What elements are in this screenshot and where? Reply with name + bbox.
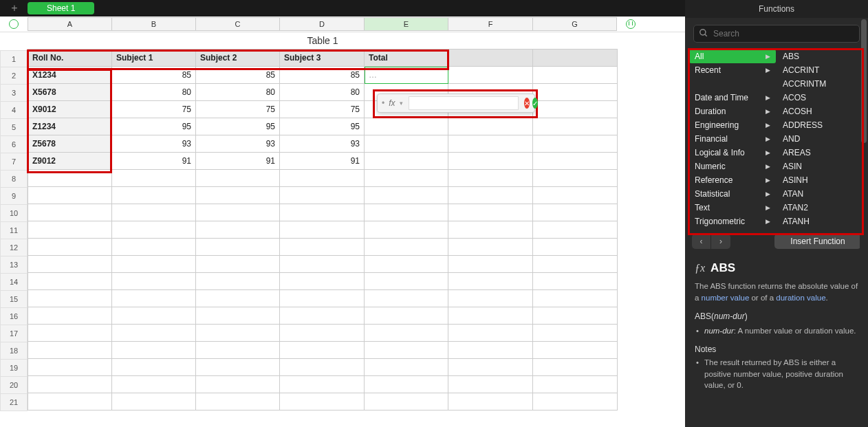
cell[interactable]: 93 <box>280 135 365 153</box>
cell[interactable] <box>448 221 533 239</box>
cell[interactable] <box>280 376 365 393</box>
cell[interactable]: 80 <box>112 84 196 101</box>
col-handle-right[interactable] <box>617 19 644 29</box>
table-header-cell[interactable]: Subject 3 <box>280 50 365 67</box>
cell[interactable]: X9012 <box>28 101 112 118</box>
cell[interactable]: 93 <box>196 135 280 153</box>
row-header[interactable]: 15 <box>0 291 28 308</box>
cell[interactable] <box>112 342 196 359</box>
cell[interactable] <box>196 187 280 204</box>
formula-input[interactable] <box>409 96 519 110</box>
table-header-cell[interactable] <box>533 50 618 67</box>
cell[interactable] <box>365 187 448 204</box>
cell[interactable] <box>533 342 618 359</box>
cell[interactable] <box>448 187 533 204</box>
cell[interactable] <box>28 187 112 204</box>
cell[interactable] <box>365 325 448 342</box>
cell[interactable] <box>28 239 112 256</box>
cell[interactable]: 95 <box>280 118 365 135</box>
function-category-item[interactable]: Date and Time▶ <box>689 91 776 105</box>
cell[interactable]: Z9012 <box>28 153 112 170</box>
row-header[interactable]: 10 <box>0 205 28 222</box>
cell[interactable]: 75 <box>112 101 196 118</box>
cell[interactable] <box>196 256 280 273</box>
cell[interactable] <box>448 290 533 307</box>
cell[interactable]: 93 <box>112 135 196 153</box>
function-category-item[interactable]: All▶ <box>689 50 776 63</box>
cell[interactable] <box>112 393 196 410</box>
cell[interactable] <box>533 359 618 376</box>
cell[interactable] <box>533 153 618 170</box>
cell[interactable] <box>280 290 365 307</box>
cell[interactable] <box>196 204 280 221</box>
column-header[interactable]: F <box>448 17 532 31</box>
cell[interactable] <box>196 290 280 307</box>
cell[interactable] <box>533 393 618 410</box>
cell[interactable] <box>280 187 365 204</box>
row-header[interactable]: 7 <box>0 153 28 171</box>
duration-value-link[interactable]: duration value <box>776 294 825 302</box>
cell[interactable]: … <box>365 67 448 84</box>
column-header[interactable]: B <box>111 17 195 31</box>
function-list-item[interactable]: ADDRESS <box>777 118 864 132</box>
function-category-item[interactable]: Statistical▶ <box>689 187 776 201</box>
cell[interactable]: 91 <box>280 153 365 170</box>
row-header[interactable]: 13 <box>0 256 28 274</box>
cell[interactable] <box>112 359 196 376</box>
cell[interactable]: 95 <box>196 118 280 135</box>
cell[interactable] <box>112 221 196 239</box>
row-header[interactable]: 17 <box>0 325 28 342</box>
cell[interactable] <box>365 204 448 221</box>
cell[interactable] <box>448 359 533 376</box>
function-category-item[interactable]: Trigonometric▶ <box>689 215 776 228</box>
cell[interactable] <box>448 256 533 273</box>
cell[interactable] <box>365 307 448 325</box>
cell[interactable] <box>280 359 365 376</box>
cell[interactable] <box>365 359 448 376</box>
cell[interactable] <box>280 342 365 359</box>
row-header[interactable]: 19 <box>0 360 28 377</box>
table-header-cell[interactable]: Total <box>365 50 448 67</box>
cell[interactable] <box>448 342 533 359</box>
function-category-item[interactable]: Engineering▶ <box>689 118 776 132</box>
cell[interactable] <box>365 273 448 290</box>
cell[interactable] <box>365 342 448 359</box>
formula-dropdown-icon[interactable]: ▾ <box>398 100 404 107</box>
cell[interactable] <box>280 239 365 256</box>
cell[interactable] <box>28 273 112 290</box>
cell[interactable] <box>28 342 112 359</box>
function-list-item[interactable]: AND <box>777 132 864 146</box>
function-category-item[interactable]: Financial▶ <box>689 132 776 146</box>
function-list-item[interactable]: ACOSH <box>777 105 864 118</box>
cell[interactable] <box>448 239 533 256</box>
cell[interactable] <box>28 170 112 187</box>
function-list-item[interactable]: AREAS <box>777 146 864 160</box>
formula-accept-button[interactable]: ✓ <box>532 98 538 109</box>
row-header[interactable]: 20 <box>0 377 28 394</box>
row-header[interactable]: 2 <box>0 67 28 85</box>
cell[interactable] <box>28 290 112 307</box>
row-header[interactable]: 1 <box>0 50 28 67</box>
cell[interactable]: 91 <box>196 153 280 170</box>
cell[interactable] <box>365 393 448 410</box>
functions-search-input[interactable] <box>693 25 860 43</box>
cell[interactable] <box>533 84 618 101</box>
cell[interactable] <box>448 118 533 135</box>
cell[interactable] <box>112 204 196 221</box>
table-header-cell[interactable]: Subject 2 <box>196 50 280 67</box>
cell[interactable] <box>280 204 365 221</box>
cell[interactable] <box>533 239 618 256</box>
cell[interactable] <box>196 239 280 256</box>
function-list-item[interactable]: ATANH <box>777 215 864 228</box>
function-category-item[interactable]: Duration▶ <box>689 105 776 118</box>
cell[interactable]: X1234 <box>28 67 112 84</box>
cell[interactable] <box>365 118 448 135</box>
function-list-item[interactable]: ACCRINTM <box>777 77 864 91</box>
cell[interactable] <box>280 307 365 325</box>
sheet-tab[interactable]: Sheet 1 <box>28 2 94 14</box>
function-category-item[interactable]: Numeric▶ <box>689 160 776 173</box>
function-category-list[interactable]: All▶Recent▶Date and Time▶Duration▶Engine… <box>689 50 776 228</box>
row-header[interactable]: 3 <box>0 85 28 102</box>
cell[interactable]: 75 <box>196 101 280 118</box>
cell[interactable] <box>365 376 448 393</box>
